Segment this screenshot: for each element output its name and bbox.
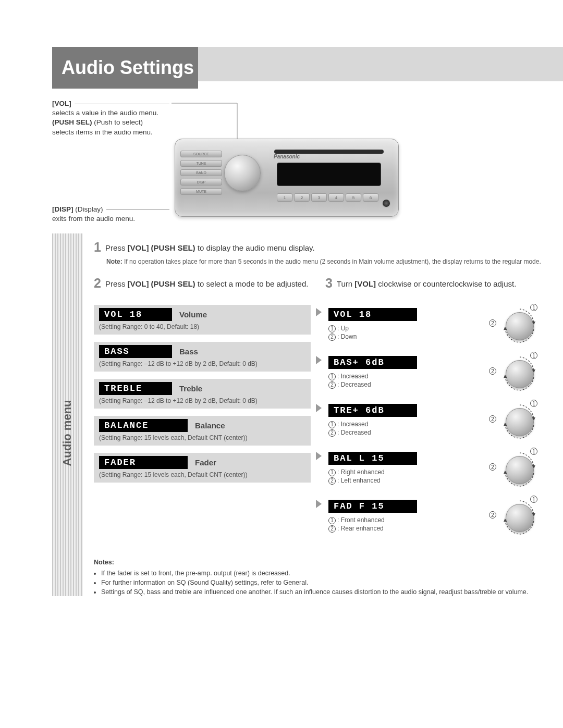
step-2-pre: Press bbox=[105, 279, 128, 288]
marker-2-icon: 2 bbox=[328, 477, 336, 485]
notes-header: Notes: bbox=[94, 558, 542, 567]
device-btn: SOURCE bbox=[180, 151, 222, 157]
audio-menu-item: FADER Fader (Setting Range: 15 levels ea… bbox=[94, 453, 311, 483]
device-left-buttons: SOURCE TUNE BAND DISP MUTE bbox=[180, 151, 222, 195]
lcd-display: TRE+ 6dB bbox=[328, 404, 417, 417]
step-1-text-pre: Press bbox=[105, 243, 128, 252]
marker-1-icon: 1 bbox=[530, 448, 537, 455]
audio-menu-item: BASS Bass (Setting Range: –12 dB to +12 … bbox=[94, 342, 311, 372]
notes-block: Notes: If the fader is set to front, the… bbox=[94, 558, 542, 597]
device-btn: DISP bbox=[180, 179, 222, 186]
audio-item-name: Fader bbox=[195, 458, 305, 467]
step-2-bold: [VOL] (PUSH SEL) bbox=[128, 279, 195, 288]
arrow-right-icon bbox=[316, 452, 322, 460]
marker-2-icon: 2 bbox=[489, 367, 496, 375]
car-stereo-illustration: Panasonic SOURCE TUNE BAND DISP MUTE 1 2… bbox=[175, 139, 399, 217]
step-2-column: 2 Press [VOL] (PUSH SEL) to select a mod… bbox=[94, 275, 311, 545]
lcd-display: BALANCE bbox=[99, 419, 188, 432]
audio-item-desc: (Setting Range: 15 levels each, Default … bbox=[99, 434, 305, 441]
rotary-dial-icon: 1 2 bbox=[492, 305, 539, 346]
lcd-display: FADER bbox=[99, 456, 188, 469]
device-preset-buttons: 1 2 3 4 5 6 bbox=[277, 193, 378, 202]
disp-callout-label: [DISP] bbox=[52, 205, 74, 213]
marker-2-icon: 2 bbox=[489, 319, 496, 327]
preset-btn: 2 bbox=[294, 193, 310, 202]
device-brand: Panasonic bbox=[274, 154, 300, 159]
marker-1-icon: 1 bbox=[328, 517, 336, 524]
audio-menu-item: BALANCE Balance (Setting Range: 15 level… bbox=[94, 416, 311, 446]
device-btn: BAND bbox=[180, 169, 222, 176]
marker-2-icon: 2 bbox=[328, 429, 336, 437]
step-1: 1 Press [VOL] (PUSH SEL) to display the … bbox=[94, 239, 542, 266]
lcd-display: BASS bbox=[99, 345, 172, 358]
rotary-dial-icon: 1 2 bbox=[492, 353, 539, 393]
device-aux-jack bbox=[382, 199, 391, 208]
marker-2-icon: 2 bbox=[489, 511, 496, 519]
note-item: If the fader is set to front, the pre-am… bbox=[101, 569, 542, 578]
disp-verb: (Display) bbox=[75, 205, 103, 213]
pushsel-verb: (Push to select) bbox=[94, 118, 143, 126]
step-1-note-label: Note: bbox=[106, 258, 123, 265]
step-1-note-text: If no operation takes place for more tha… bbox=[123, 258, 541, 265]
device-btn: TUNE bbox=[180, 160, 222, 167]
step-3-column: 3 Turn [VOL] clockwise or counterclockwi… bbox=[325, 275, 542, 545]
preset-btn: 4 bbox=[328, 193, 344, 202]
rotary-dial-icon: 1 2 bbox=[492, 401, 539, 441]
lcd-display: VOL 18 bbox=[99, 308, 172, 321]
marker-1-icon: 1 bbox=[328, 373, 336, 380]
pushsel-callout-desc: selects items in the audio menu. bbox=[52, 128, 169, 137]
marker-2-icon: 2 bbox=[328, 334, 336, 341]
step-3-bold: [VOL] bbox=[354, 279, 376, 288]
marker-1-icon: 1 bbox=[328, 469, 336, 476]
marker-2-icon: 2 bbox=[328, 381, 336, 389]
arrow-right-icon bbox=[316, 356, 322, 364]
arrow-right-icon bbox=[316, 500, 322, 508]
audio-item-desc: (Setting Range: –12 dB to +12 dB by 2 dB… bbox=[99, 397, 305, 404]
marker-1-icon: 1 bbox=[530, 352, 537, 359]
arrow-right-icon bbox=[316, 308, 322, 316]
audio-adjust-item: TRE+ 6dB 1: Increased 2: Decreased 1 2 bbox=[325, 401, 542, 441]
lcd-display: VOL 18 bbox=[328, 308, 417, 321]
step-1-bold: [VOL] (PUSH SEL) bbox=[128, 243, 195, 252]
step-3-post: clockwise or counterclockwise to adjust. bbox=[376, 279, 516, 288]
step-3-pre: Turn bbox=[337, 279, 354, 288]
lcd-display: BAL L 15 bbox=[328, 452, 417, 465]
audio-adjust-item: VOL 18 1: Up 2: Down 1 2 bbox=[325, 305, 542, 346]
marker-1-icon: 1 bbox=[530, 304, 537, 311]
preset-btn: 6 bbox=[363, 193, 378, 202]
rotary-dial-icon: 1 2 bbox=[492, 449, 539, 489]
audio-item-name: Treble bbox=[179, 384, 305, 393]
pushsel-callout-label: (PUSH SEL) bbox=[52, 118, 92, 126]
audio-item-name: Bass bbox=[179, 347, 305, 356]
audio-item-desc: (Setting Range: 0 to 40, Default: 18) bbox=[99, 323, 305, 330]
marker-1-icon: 1 bbox=[328, 421, 336, 428]
button-callouts: [VOL] selects a value in the audio menu.… bbox=[52, 99, 169, 224]
disp-callout-desc: exits from the audio menu. bbox=[52, 214, 169, 224]
lcd-display: FAD F 15 bbox=[328, 500, 417, 513]
arrow-right-icon bbox=[316, 404, 322, 412]
page-title-box: Audio Settings bbox=[52, 47, 198, 89]
preset-btn: 5 bbox=[346, 193, 361, 202]
marker-1-icon: 1 bbox=[328, 325, 336, 332]
audio-item-desc: (Setting Range: 15 levels each, Default … bbox=[99, 471, 305, 478]
lcd-display: BAS+ 6dB bbox=[328, 356, 417, 369]
step-1-number: 1 bbox=[94, 240, 101, 254]
rotary-dial-icon: 1 2 bbox=[492, 497, 539, 537]
device-btn: MUTE bbox=[180, 188, 222, 195]
marker-1-icon: 1 bbox=[530, 496, 537, 503]
audio-menu-item: VOL 18 Volume (Setting Range: 0 to 40, D… bbox=[94, 305, 311, 335]
note-item: Settings of SQ, bass and treble are infl… bbox=[101, 587, 542, 597]
vol-callout-desc: selects a value in the audio menu. bbox=[52, 108, 169, 118]
step-1-text-post: to display the audio menu display. bbox=[195, 243, 315, 252]
audio-adjust-item: BAS+ 6dB 1: Increased 2: Decreased 1 2 bbox=[325, 353, 542, 393]
audio-menu-item: TREBLE Treble (Setting Range: –12 dB to … bbox=[94, 379, 311, 409]
marker-2-icon: 2 bbox=[489, 463, 496, 471]
vol-callout-label: [VOL] bbox=[52, 99, 71, 108]
marker-2-icon: 2 bbox=[328, 525, 336, 533]
marker-1-icon: 1 bbox=[530, 400, 537, 407]
audio-adjust-item: BAL L 15 1: Right enhanced 2: Left enhan… bbox=[325, 449, 542, 489]
audio-menu-sidebar: Audio menu bbox=[52, 233, 82, 596]
step-2-post: to select a mode to be adjusted. bbox=[195, 279, 309, 288]
page-title: Audio Settings bbox=[62, 57, 194, 79]
audio-item-name: Balance bbox=[195, 421, 305, 430]
